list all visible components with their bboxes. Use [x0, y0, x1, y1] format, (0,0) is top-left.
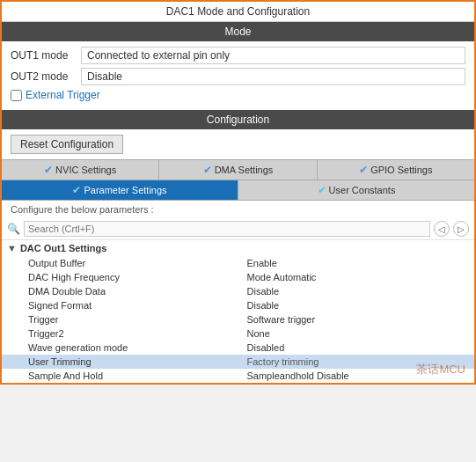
- out2-value: Disable: [81, 68, 465, 85]
- dma-check-icon: ✔: [203, 164, 212, 176]
- search-icon: 🔍: [7, 223, 20, 235]
- tab-gpio-label: GPIO Settings: [370, 165, 432, 175]
- param-name: Trigger: [28, 314, 247, 325]
- param-name: Output Buffer: [28, 258, 247, 268]
- param-value: Mode Automatic: [247, 272, 466, 282]
- table-row: TriggerSoftware trigger: [2, 312, 474, 326]
- tabs-row1: ✔ NVIC Settings ✔ DMA Settings ✔ GPIO Se…: [2, 159, 474, 180]
- out1-mode-row: OUT1 mode Connected to external pin only: [11, 47, 465, 64]
- param-name: Signed Format: [28, 300, 247, 311]
- mode-header: Mode: [2, 22, 474, 41]
- table-row: Signed FormatDisable: [2, 298, 474, 312]
- gpio-check-icon: ✔: [359, 164, 368, 176]
- tab-param-label: Parameter Settings: [84, 185, 166, 195]
- main-title: DAC1 Mode and Configuration: [2, 2, 474, 22]
- param-value: Disabled: [247, 342, 466, 353]
- mode-section: OUT1 mode Connected to external pin only…: [2, 41, 474, 110]
- out1-label: OUT1 mode: [11, 49, 81, 62]
- tab-user-const-label: User Constants: [329, 185, 396, 195]
- param-name: Trigger2: [28, 328, 247, 339]
- param-name: User Trimming: [28, 356, 247, 367]
- out2-label: OUT2 mode: [11, 70, 81, 83]
- group-header-dac-out1[interactable]: ▼ DAC Out1 Settings: [2, 240, 474, 256]
- param-name: Wave generation mode: [28, 342, 247, 353]
- tab-nvic-label: NVIC Settings: [55, 165, 116, 175]
- tab-user-constants[interactable]: ✔ User Constants: [238, 180, 474, 200]
- table-row: DAC High FrequencyMode Automatic: [2, 270, 474, 284]
- table-row: Sample And HoldSampleandhold Disable: [2, 369, 474, 383]
- config-section: Reset Configuration ✔ NVIC Settings ✔ DM…: [2, 129, 474, 383]
- param-value: Disable: [247, 286, 466, 297]
- config-header: Configuration: [2, 110, 474, 129]
- tab-nvic-settings[interactable]: ✔ NVIC Settings: [2, 160, 159, 180]
- param-name: DMA Double Data: [28, 286, 247, 297]
- table-row: DMA Double DataDisable: [2, 284, 474, 298]
- param-name: DAC High Frequency: [28, 272, 247, 282]
- params-description: Configure the below parameters :: [2, 201, 474, 218]
- tab-dma-label: DMA Settings: [215, 165, 274, 175]
- param-value: Factory trimming: [247, 356, 466, 367]
- user-const-check-icon: ✔: [318, 184, 326, 196]
- table-row: Trigger2None: [2, 326, 474, 341]
- search-input[interactable]: [24, 221, 430, 237]
- param-name: Sample And Hold: [28, 370, 247, 381]
- search-row: 🔍 ◁ ▷: [2, 218, 474, 240]
- table-row[interactable]: User TrimmingFactory trimming: [2, 355, 474, 369]
- tab-gpio-settings[interactable]: ✔ GPIO Settings: [318, 160, 474, 180]
- external-trigger-label[interactable]: External Trigger: [26, 89, 100, 101]
- tab-parameter-settings[interactable]: ✔ Parameter Settings: [2, 180, 238, 200]
- nav-next-button[interactable]: ▷: [453, 221, 469, 237]
- param-value: Software trigger: [247, 314, 466, 325]
- tabs-row2: ✔ Parameter Settings ✔ User Constants: [2, 180, 474, 201]
- external-trigger-checkbox[interactable]: [11, 90, 22, 101]
- group-label: DAC Out1 Settings: [20, 243, 106, 253]
- out1-value: Connected to external pin only: [81, 47, 465, 64]
- param-value: Disable: [247, 300, 466, 311]
- nav-prev-button[interactable]: ◁: [434, 221, 450, 237]
- group-arrow-icon: ▼: [7, 243, 17, 253]
- params-table: ▼ DAC Out1 Settings Output BufferEnableD…: [2, 240, 474, 383]
- nvic-check-icon: ✔: [44, 164, 53, 176]
- reset-config-button[interactable]: Reset Configuration: [11, 135, 123, 154]
- table-row: Wave generation modeDisabled: [2, 341, 474, 355]
- table-row: Output BufferEnable: [2, 256, 474, 270]
- param-rows-container: Output BufferEnableDAC High FrequencyMod…: [2, 256, 474, 383]
- external-trigger-row: External Trigger: [11, 89, 465, 101]
- out2-mode-row: OUT2 mode Disable: [11, 68, 465, 85]
- param-value: Enable: [247, 258, 466, 268]
- param-value: None: [247, 328, 466, 339]
- param-value: Sampleandhold Disable: [247, 370, 466, 381]
- param-check-icon: ✔: [72, 184, 81, 196]
- tab-dma-settings[interactable]: ✔ DMA Settings: [159, 160, 317, 180]
